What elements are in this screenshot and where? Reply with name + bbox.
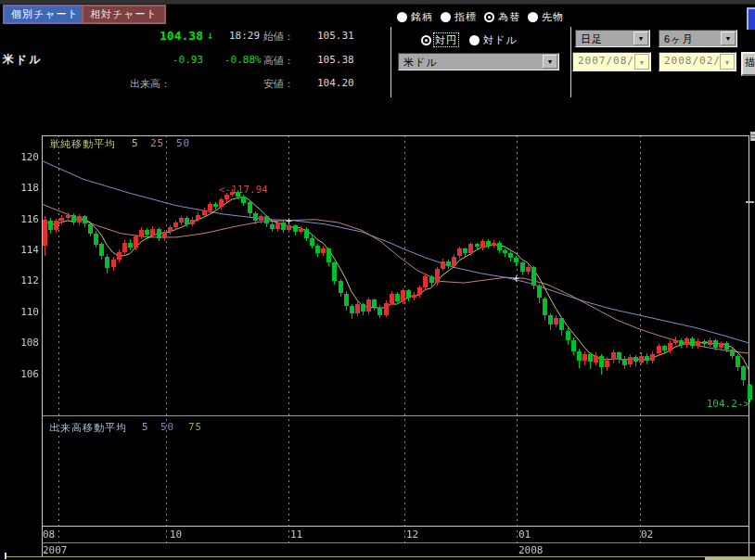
change-percent: -0.88% (224, 54, 262, 66)
radio-icon[interactable] (397, 12, 407, 22)
radio-selected-icon[interactable] (484, 12, 494, 22)
y-axis-tick: 110 (0, 306, 39, 318)
radio-forex[interactable]: 為替 (484, 8, 520, 20)
radio-label: 指標 (454, 11, 477, 22)
low-label: 安値： (263, 77, 294, 91)
currency-select-value: 米ドル (403, 56, 438, 70)
ma-period-label: 5 (132, 137, 139, 149)
date-from-select[interactable]: 2007/08/29 ▼ (572, 52, 651, 71)
price-ma-legend: 単純移動平均 52550 (0, 137, 371, 150)
y-axis-tick: 106 (0, 368, 39, 380)
fx-chart-app: 個別チャート 相対チャート 米ドル 104.38 ↓ 18:29 始値： 105… (0, 0, 755, 560)
radio-icon[interactable] (469, 35, 480, 45)
instrument-name: 米ドル (3, 52, 43, 68)
chart-area: 単純移動平均 52550 出来高移動平均 55075 <-117.94 104.… (0, 130, 755, 560)
y-axis-tick: 118 (0, 182, 39, 194)
radio-indicator[interactable]: 指標 (441, 8, 477, 20)
ma-period-label: 50 (176, 137, 190, 149)
radio-label: 為替 (498, 11, 520, 22)
currency-select[interactable]: 米ドル ▼ (398, 53, 559, 70)
radio-icon[interactable] (528, 12, 538, 22)
draw-button[interactable]: 描 (741, 52, 755, 76)
date-to-select[interactable]: 2008/02/29 ▼ (659, 52, 736, 71)
range-select[interactable]: 6ヶ月 ▼ (659, 30, 737, 47)
volume-ma-legend: 出来高移動平均 55075 (0, 421, 371, 434)
tab-individual-chart[interactable]: 個別チャート (3, 5, 87, 24)
x-axis-month-label: 08 (43, 528, 55, 541)
candlestick-chart-canvas[interactable] (0, 130, 755, 560)
period-select-value: 日足 (581, 32, 603, 46)
radio-label: 先物 (542, 11, 564, 22)
dropdown-arrow-icon[interactable]: ▼ (634, 54, 649, 70)
header-divider (570, 27, 571, 97)
dropdown-arrow-icon[interactable]: ▼ (633, 32, 648, 45)
last-price: 104.38 (160, 29, 203, 43)
ma-period-label: 75 (188, 421, 202, 433)
price-ma-legend-title: 単純移動平均 (49, 137, 116, 151)
radio-vs-yen[interactable]: 対円 (421, 32, 457, 44)
radio-label: 対円 (435, 34, 457, 45)
y-axis-tick: 108 (0, 337, 39, 349)
y-axis-tick: 120 (0, 151, 39, 163)
down-arrow-icon: ↓ (207, 29, 213, 42)
high-value: 105.38 (317, 54, 354, 66)
y-axis-tick: 112 (0, 274, 39, 286)
x-axis-year-label: 2008 (518, 544, 544, 556)
high-label: 高値： (263, 54, 294, 68)
radio-symbol[interactable]: 銘柄 (397, 8, 433, 20)
dropdown-arrow-icon[interactable]: ▼ (721, 32, 736, 45)
radio-selected-icon[interactable] (421, 35, 431, 45)
dropdown-arrow-icon[interactable]: ▼ (543, 55, 557, 69)
x-axis-month-label: 02 (641, 528, 653, 541)
dropdown-arrow-icon[interactable]: ▼ (720, 54, 735, 70)
radio-icon[interactable] (441, 12, 451, 22)
volume-label: 出来高： (130, 77, 171, 91)
radio-vs-dollar[interactable]: 対ドル (469, 32, 518, 44)
tab-relative-chart[interactable]: 相対チャート (82, 5, 166, 24)
peak-price-annotation: <-117.94 (219, 184, 268, 196)
ma-period-label: 5 (142, 421, 149, 433)
volume-ma-legend-title: 出来高移動平均 (49, 421, 127, 435)
radio-label: 銘柄 (411, 11, 433, 22)
partial-button[interactable] (747, 7, 755, 30)
range-select-value: 6ヶ月 (664, 32, 693, 46)
y-axis-tick: 114 (0, 244, 39, 256)
radio-futures[interactable]: 先物 (528, 8, 564, 20)
radio-label: 対ドル (483, 34, 518, 45)
x-axis-month-label: 01 (518, 528, 531, 541)
ma-period-label: 50 (160, 421, 174, 433)
header-divider (390, 27, 391, 97)
x-axis-month-label: 12 (406, 528, 418, 541)
low-value: 104.20 (317, 77, 354, 89)
open-label: 始値： (263, 30, 294, 44)
y-axis-tick: 116 (0, 213, 39, 225)
last-price-annotation: 104.2-> (690, 398, 749, 410)
open-value: 105.31 (317, 30, 354, 42)
change-value: -0.93 (173, 54, 203, 66)
x-axis-month-label: 11 (290, 528, 302, 541)
quote-time: 18:29 (229, 30, 260, 42)
x-axis-year-label: 2007 (43, 544, 68, 556)
period-select[interactable]: 日足 ▼ (575, 30, 650, 47)
ma-period-label: 25 (150, 137, 164, 149)
x-axis-month-label: 10 (170, 528, 182, 541)
